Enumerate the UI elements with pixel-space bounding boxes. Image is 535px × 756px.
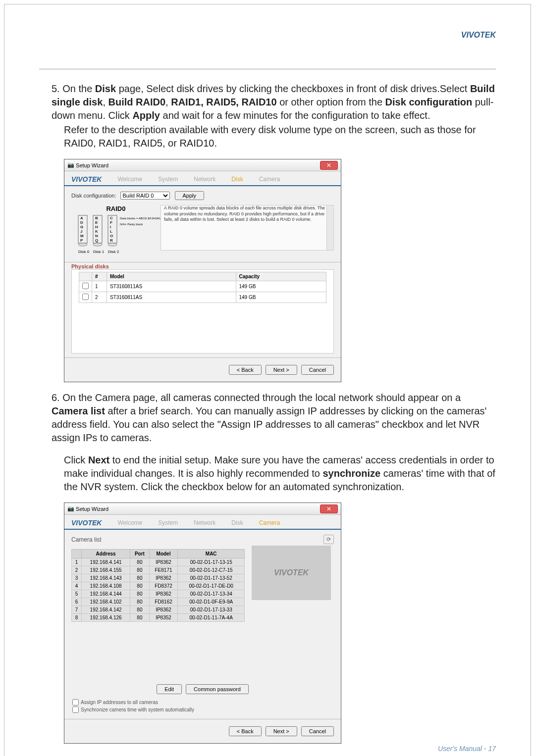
raid-description: A RAID 0 volume spreads data blocks of e… xyxy=(160,205,334,251)
raid-diagram: RAID0 ADGJMP BEHKNQ CFILOR Disk 0 D xyxy=(71,205,160,260)
svg-text:Disk 0: Disk 0 xyxy=(78,250,90,254)
table-row: 7192.168.4.14280IP836200-02-D1-17-13-33 xyxy=(72,606,245,614)
sync-time-label: Synchronize camera time with system auto… xyxy=(81,707,194,712)
brand-logo: VIVOTEK xyxy=(71,519,102,527)
disk-config-select[interactable]: Build RAID 0 xyxy=(120,192,170,200)
back-button[interactable]: < Back xyxy=(229,365,262,375)
camera-list-table: AddressPortModelMAC 1192.168.4.14180IP83… xyxy=(71,549,245,622)
tab-network[interactable]: Network xyxy=(194,176,215,183)
svg-text:O: O xyxy=(110,234,113,238)
disk-checkbox[interactable] xyxy=(82,294,89,300)
table-row: 4192.168.4.10880FD837200-02-D1-17-DE-D0 xyxy=(72,582,245,590)
svg-text:Disk 2: Disk 2 xyxy=(108,250,119,254)
camera-list-label: Camera list xyxy=(71,536,102,543)
tab-disk[interactable]: Disk xyxy=(231,176,243,183)
tab-system[interactable]: System xyxy=(158,176,178,183)
refresh-icon[interactable]: ⟳ xyxy=(323,535,334,544)
tab-welcome[interactable]: Welcome xyxy=(117,176,142,183)
next-button[interactable]: Next > xyxy=(266,365,297,375)
svg-text:A: A xyxy=(80,216,83,220)
close-icon[interactable]: ✕ xyxy=(320,161,338,170)
scrollbar[interactable] xyxy=(326,205,333,250)
svg-text:F: F xyxy=(110,220,112,225)
svg-text:R: R xyxy=(110,238,113,243)
table-row: 8192.168.4.12680IP835200-02-D1-11-7A-4A xyxy=(72,614,245,622)
svg-point-21 xyxy=(78,243,87,246)
disk-checkbox[interactable] xyxy=(82,283,89,289)
disk-config-label: Disk configuration: xyxy=(71,193,116,199)
camera-setup-dialog: 📷 Setup Wizard ✕ VIVOTEK Welcome System … xyxy=(64,503,341,744)
wizard-icon: 📷 xyxy=(67,505,74,512)
table-row: 2192.168.4.15580FE817100-02-D1-12-C7-15 xyxy=(72,566,245,574)
dialog-title: Setup Wizard xyxy=(76,162,108,168)
svg-text:N: N xyxy=(95,234,98,238)
table-row: 1192.168.4.14180IP836200-02-D1-17-13-15 xyxy=(72,558,245,566)
step5-text: 5. On the Disk page, Select disk drives … xyxy=(52,82,496,150)
edit-button[interactable]: Edit xyxy=(157,684,182,694)
apply-button[interactable]: Apply xyxy=(175,191,205,200)
table-row: 2ST3160811AS149 GB xyxy=(79,292,326,303)
tab-camera[interactable]: Camera xyxy=(259,519,280,526)
brand-logo: VIVOTEK xyxy=(71,175,102,183)
svg-text:Disk 1: Disk 1 xyxy=(93,250,105,254)
dialog-titlebar: 📷 Setup Wizard ✕ xyxy=(64,159,341,171)
svg-text:C: C xyxy=(110,216,113,220)
next-button[interactable]: Next > xyxy=(266,726,297,736)
cancel-button[interactable]: Cancel xyxy=(301,365,334,375)
svg-text:P: P xyxy=(80,238,83,243)
dialog-title: Setup Wizard xyxy=(76,506,108,512)
assign-ip-label: Assign IP addresses to all cameras xyxy=(81,700,158,705)
svg-point-22 xyxy=(93,243,102,246)
step6-text: 6. On the Camera page, all cameras conne… xyxy=(52,391,496,494)
svg-text:D: D xyxy=(80,220,83,225)
svg-text:L: L xyxy=(110,229,112,234)
tab-camera[interactable]: Camera xyxy=(259,176,280,183)
svg-text:Q: Q xyxy=(95,238,98,243)
svg-text:H: H xyxy=(95,225,98,229)
tab-disk[interactable]: Disk xyxy=(231,519,243,526)
close-icon[interactable]: ✕ xyxy=(320,504,338,513)
svg-text:I: I xyxy=(110,225,111,229)
svg-point-23 xyxy=(108,243,117,246)
tab-system[interactable]: System xyxy=(158,519,178,526)
sync-time-checkbox[interactable] xyxy=(72,706,79,713)
physical-disks-header: Physical disks xyxy=(64,262,341,269)
table-row: 6192.168.4.10280FD816200-02-D1-0F-E9-9A xyxy=(72,598,245,606)
svg-text:K: K xyxy=(95,229,98,234)
svg-text:G: G xyxy=(80,225,83,229)
svg-text:E: E xyxy=(95,220,98,225)
header-rule xyxy=(39,69,496,69)
disk-setup-dialog: 📷 Setup Wizard ✕ VIVOTEK Welcome System … xyxy=(64,159,341,382)
page-footer: User's Manual - 17 xyxy=(438,745,496,753)
table-row: 3192.168.4.14380IP836200-02-D1-17-13-52 xyxy=(72,574,245,582)
cancel-button[interactable]: Cancel xyxy=(301,726,334,736)
tab-network[interactable]: Network xyxy=(194,519,215,526)
common-password-button[interactable]: Common password xyxy=(186,684,249,694)
svg-text:J: J xyxy=(80,229,82,234)
dialog-titlebar: 📷 Setup Wizard ✕ xyxy=(64,503,341,515)
page-header-brand: VIVOTEK xyxy=(461,31,496,39)
svg-text:B: B xyxy=(95,216,98,220)
svg-text:Data blocks = ABCD EFJHIJKLMNO: Data blocks = ABCD EFJHIJKLMNOPQR xyxy=(120,217,160,220)
svg-text:M: M xyxy=(80,234,84,238)
table-row: 1ST3160811AS149 GB xyxy=(79,281,326,292)
tab-welcome[interactable]: Welcome xyxy=(117,519,142,526)
wizard-icon: 📷 xyxy=(67,162,74,168)
svg-text:N/A= Parity block: N/A= Parity block xyxy=(120,223,143,226)
table-row: 5192.168.4.14480IP836200-02-D1-17-13-34 xyxy=(72,590,245,598)
back-button[interactable]: < Back xyxy=(229,726,262,736)
camera-preview: VIVOTEK xyxy=(252,546,331,600)
physical-disks-table: #ModelCapacity 1ST3160811AS149 GB 2ST316… xyxy=(79,272,326,303)
assign-ip-checkbox[interactable] xyxy=(72,699,79,706)
